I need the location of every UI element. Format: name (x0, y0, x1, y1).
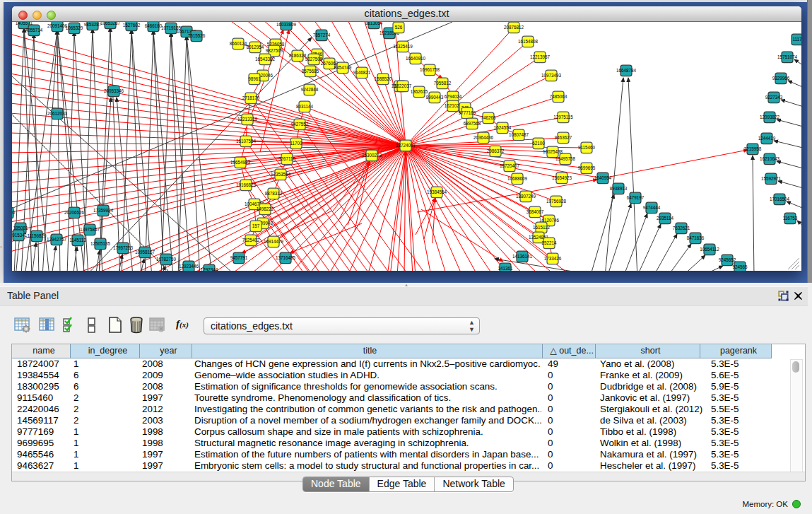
svg-text:7625402: 7625402 (242, 238, 260, 243)
svg-text:17957253: 17957253 (113, 245, 134, 250)
svg-text:924565: 924565 (732, 264, 748, 269)
svg-text:15300273: 15300273 (362, 153, 382, 158)
svg-text:12353594: 12353594 (271, 172, 291, 177)
svg-text:9115460: 9115460 (578, 145, 596, 150)
svg-text:20612033: 20612033 (47, 111, 68, 116)
svg-text:7955812: 7955812 (434, 81, 452, 86)
svg-text:1145113: 1145113 (69, 238, 86, 243)
svg-text:20206526: 20206526 (64, 210, 85, 215)
svg-text:10653287: 10653287 (100, 22, 121, 25)
svg-text:8454749: 8454749 (334, 65, 352, 70)
svg-text:1733426: 1733426 (544, 256, 562, 261)
svg-text:62100: 62100 (532, 141, 545, 146)
svg-text:12505135: 12505135 (90, 241, 111, 246)
svg-text:14136141: 14136141 (512, 254, 533, 259)
svg-text:12942757: 12942757 (47, 237, 67, 242)
svg-text:18724007: 18724007 (396, 143, 416, 148)
svg-text:1244419: 1244419 (758, 136, 776, 141)
svg-text:8990443: 8990443 (426, 95, 444, 100)
svg-text:8575685: 8575685 (302, 69, 319, 74)
svg-text:8186328: 8186328 (289, 53, 307, 58)
svg-text:16154808: 16154808 (518, 39, 539, 44)
svg-text:1615112: 1615112 (533, 225, 551, 230)
svg-text:2986372: 2986372 (487, 148, 505, 153)
svg-text:157: 157 (252, 223, 260, 228)
svg-text:1362615: 1362615 (411, 89, 428, 94)
svg-text:1498222: 1498222 (257, 206, 274, 211)
svg-text:9853287: 9853287 (84, 22, 102, 27)
svg-text:9227343: 9227343 (765, 95, 783, 100)
svg-text:98961: 98961 (248, 76, 261, 81)
svg-text:13654923: 13654923 (552, 175, 572, 180)
svg-text:15751074: 15751074 (777, 54, 798, 59)
svg-text:11156829: 11156829 (27, 233, 47, 238)
svg-text:7857274: 7857274 (313, 33, 331, 37)
svg-text:9827509: 9827509 (266, 48, 283, 53)
svg-text:118090: 118090 (12, 210, 16, 215)
svg-text:20364436: 20364436 (473, 135, 494, 140)
svg-text:252214: 252214 (541, 240, 557, 245)
svg-text:20053346: 20053346 (104, 88, 124, 93)
svg-text:10958167: 10958167 (135, 250, 155, 255)
svg-text:20876812: 20876812 (504, 25, 524, 30)
svg-text:3684067: 3684067 (526, 209, 544, 214)
svg-text:12213319: 12213319 (237, 117, 258, 122)
svg-text:20091406: 20091406 (47, 23, 68, 28)
svg-text:16914479: 16914479 (264, 239, 284, 244)
svg-text:8878312: 8878312 (265, 191, 283, 196)
svg-text:6897568: 6897568 (464, 121, 481, 126)
svg-text:16033809: 16033809 (276, 22, 297, 27)
svg-text:1117: 1117 (792, 37, 801, 42)
svg-text:6794024: 6794024 (445, 94, 462, 99)
svg-text:10688609: 10688609 (507, 176, 528, 181)
svg-text:9146821: 9146821 (353, 70, 371, 75)
svg-text:12975115: 12975115 (553, 115, 573, 119)
svg-text:1527602: 1527602 (123, 23, 141, 28)
svg-text:9329966: 9329966 (772, 76, 790, 81)
svg-text:16961758: 16961758 (420, 67, 440, 72)
svg-text:8471636: 8471636 (687, 235, 705, 240)
svg-text:7485063: 7485063 (550, 94, 567, 99)
svg-text:19384554: 19384554 (427, 189, 447, 194)
svg-text:1588520: 1588520 (375, 76, 392, 81)
svg-text:19756928: 19756928 (546, 199, 567, 204)
svg-text:2718179: 2718179 (242, 95, 260, 100)
svg-text:1292344: 1292344 (201, 267, 218, 271)
svg-text:7632621: 7632621 (673, 226, 690, 230)
svg-text:526: 526 (395, 25, 403, 30)
svg-text:10025438: 10025438 (543, 149, 563, 154)
svg-text:9463627: 9463627 (555, 135, 572, 140)
svg-text:12213957: 12213957 (530, 54, 551, 59)
svg-text:15592971: 15592971 (761, 176, 782, 181)
svg-text:1822037: 1822037 (394, 83, 412, 88)
svg-text:8938913: 8938913 (610, 186, 628, 191)
svg-text:15495758: 15495758 (555, 156, 576, 161)
svg-text:17359924: 17359924 (93, 208, 114, 213)
svg-text:19654983: 19654983 (230, 160, 251, 165)
svg-text:3215958: 3215958 (744, 146, 762, 151)
svg-text:1640954: 1640954 (594, 175, 612, 180)
svg-text:7515526: 7515526 (188, 33, 206, 38)
svg-text:1065329: 1065329 (66, 25, 83, 30)
svg-text:1624554: 1624554 (494, 125, 512, 130)
svg-text:13975867: 13975867 (80, 227, 100, 232)
svg-text:8031144: 8031144 (296, 104, 314, 109)
svg-text:12093822: 12093822 (760, 115, 780, 119)
svg-text:3915341: 3915341 (12, 233, 28, 238)
svg-text:13716485: 13716485 (276, 255, 296, 260)
svg-text:9699695: 9699695 (578, 165, 596, 170)
svg-text:141361: 141361 (498, 266, 513, 271)
svg-text:3267110: 3267110 (278, 156, 296, 161)
svg-text:4055714: 4055714 (25, 28, 43, 33)
svg-text:6466160: 6466160 (145, 23, 163, 28)
svg-text:19166825: 19166825 (236, 182, 257, 187)
svg-text:116753: 116753 (783, 216, 798, 221)
svg-text:10654112: 10654112 (700, 247, 719, 252)
svg-text:2935114: 2935114 (657, 216, 674, 221)
svg-text:16543382: 16543382 (255, 57, 276, 62)
svg-text:16782759: 16782759 (156, 257, 177, 262)
svg-text:11325419: 11325419 (393, 44, 413, 49)
svg-text:9777169: 9777169 (459, 110, 476, 115)
svg-text:16107554: 16107554 (236, 139, 257, 144)
svg-text:16640910: 16640910 (406, 56, 426, 61)
